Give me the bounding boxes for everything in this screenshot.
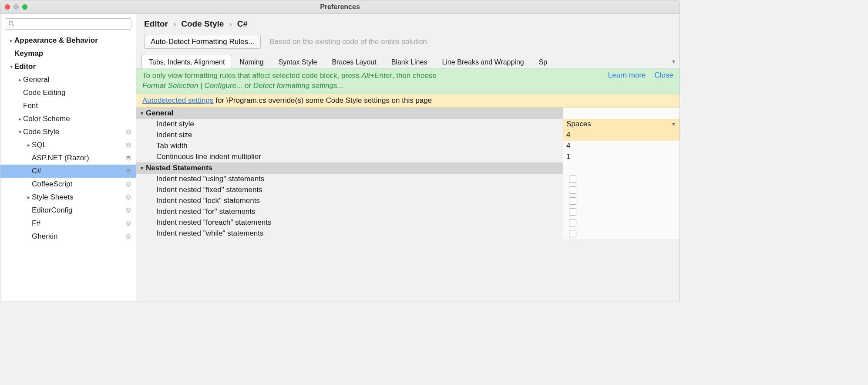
- checkbox[interactable]: [569, 208, 576, 216]
- chevron-right-icon: ›: [173, 19, 176, 29]
- sidebar-item-label: Code Style: [23, 128, 125, 136]
- checkbox[interactable]: [569, 230, 576, 237]
- svg-marker-4: [126, 156, 131, 158]
- svg-marker-3: [126, 143, 131, 145]
- sidebar-item-keymap[interactable]: Keymap: [0, 47, 136, 60]
- setting-label: Indent nested "lock" statements: [136, 196, 563, 206]
- layers-icon: [125, 181, 131, 187]
- action-hint: Based on the existing code of the entire…: [269, 37, 427, 46]
- setting-value: [563, 217, 680, 228]
- layers-icon: [125, 220, 131, 226]
- sidebar-item-style-sheets[interactable]: ▸Style Sheets: [0, 191, 136, 204]
- sidebar-item-c-[interactable]: C#: [0, 165, 136, 178]
- tab-naming[interactable]: Naming: [232, 55, 271, 68]
- setting-label: Indent nested "fixed" statements: [136, 185, 563, 196]
- chevron-right-icon: ▸: [26, 142, 32, 148]
- svg-marker-9: [126, 221, 131, 223]
- checkbox[interactable]: [569, 219, 576, 226]
- setting-label: Indent nested "using" statements: [136, 174, 563, 185]
- section-title: General: [146, 109, 173, 118]
- sidebar-item-color-scheme[interactable]: ▸Color Scheme: [0, 112, 136, 125]
- tab-sp[interactable]: Sp: [532, 55, 555, 68]
- sidebar-item-coffeescript[interactable]: CoffeeScript: [0, 178, 136, 191]
- setting-value[interactable]: 4: [563, 141, 680, 152]
- text-value: 4: [566, 131, 570, 139]
- setting-label: Indent style: [136, 119, 563, 130]
- checkbox[interactable]: [569, 176, 576, 183]
- sidebar-item-appearance-behavior[interactable]: ▸Appearance & Behavior: [0, 34, 136, 47]
- sidebar-item-label: EditorConfig: [32, 206, 125, 215]
- sidebar-item-label: SQL: [32, 141, 125, 149]
- learn-more-link[interactable]: Learn more: [608, 71, 646, 80]
- svg-marker-6: [126, 182, 131, 184]
- sidebar-item-gherkin[interactable]: Gherkin: [0, 230, 136, 243]
- setting-value: [563, 228, 680, 239]
- sidebar-item-editor[interactable]: ▾Editor: [0, 60, 136, 73]
- setting-value: [563, 196, 680, 206]
- sidebar-item-asp-net-razor-[interactable]: ASP.NET (Razor): [0, 152, 136, 165]
- setting-value[interactable]: Spaces▼: [563, 119, 680, 130]
- sidebar-item-code-style[interactable]: ▾Code Style: [0, 125, 136, 138]
- chevron-down-icon[interactable]: ▾: [668, 55, 680, 68]
- search-input[interactable]: [5, 18, 131, 30]
- layers-icon: [125, 142, 131, 148]
- traffic-lights: [5, 4, 27, 10]
- setting-value: [563, 185, 680, 196]
- chevron-down-icon: ▾: [141, 165, 143, 171]
- sidebar-item-font[interactable]: Font: [0, 99, 136, 112]
- tip-text: To only view formatting rules that affec…: [142, 71, 361, 80]
- window-title: Preferences: [0, 3, 680, 11]
- breadcrumb: Editor › Code Style › C#: [136, 14, 680, 29]
- close-icon[interactable]: [5, 4, 10, 10]
- breadcrumb-item[interactable]: Editor: [144, 19, 168, 29]
- checkbox[interactable]: [569, 197, 576, 205]
- sidebar-item-f-[interactable]: F#: [0, 217, 136, 230]
- breadcrumb-item[interactable]: Code Style: [181, 19, 224, 29]
- tip-text: for \Program.cs override(s) some Code St…: [214, 96, 432, 105]
- tab-braces-layout[interactable]: Braces Layout: [324, 55, 384, 68]
- tip-shortcut: Alt+Enter: [361, 71, 392, 80]
- sidebar-item-code-editing[interactable]: Code Editing: [0, 86, 136, 99]
- sidebar-item-label: F#: [32, 219, 125, 228]
- sidebar-item-editorconfig[interactable]: EditorConfig: [0, 204, 136, 217]
- section-header-nested-statements[interactable]: ▾Nested Statements: [136, 162, 563, 174]
- sidebar-item-label: C#: [32, 167, 125, 176]
- svg-marker-7: [126, 195, 131, 197]
- sidebar-item-label: Color Scheme: [23, 115, 136, 123]
- settings-table: ▾GeneralIndent styleIndent sizeTab width…: [136, 108, 680, 239]
- autodetected-settings-link[interactable]: Autodetected settings: [142, 96, 214, 105]
- chevron-right-icon: ▸: [8, 37, 14, 44]
- sidebar-item-label: Style Sheets: [32, 193, 125, 202]
- section-header-spacer: [563, 162, 680, 174]
- setting-value[interactable]: 1: [563, 152, 680, 162]
- tab-blank-lines[interactable]: Blank Lines: [384, 55, 435, 68]
- sidebar-item-sql[interactable]: ▸SQL: [0, 138, 136, 152]
- maximize-icon[interactable]: [22, 4, 27, 10]
- settings-tree: ▸Appearance & BehaviorKeymap▾Editor▸Gene…: [0, 32, 136, 245]
- layers-icon: [125, 168, 131, 174]
- sidebar-item-label: ASP.NET (Razor): [32, 154, 125, 162]
- sidebar-item-general[interactable]: ▸General: [0, 73, 136, 86]
- chevron-down-icon: ▾: [17, 129, 23, 135]
- sidebar-item-label: Keymap: [14, 49, 136, 58]
- setting-label: Tab width: [136, 141, 563, 152]
- tab-tabs-indents-alignment[interactable]: Tabs, Indents, Alignment: [141, 55, 232, 68]
- tip-text: , then choose: [392, 71, 437, 80]
- sidebar-item-label: CoffeeScript: [32, 180, 125, 189]
- setting-value[interactable]: 4: [563, 130, 680, 141]
- chevron-right-icon: ▸: [26, 194, 32, 200]
- svg-marker-8: [126, 208, 131, 210]
- tip-choice: Format Selection | Configure...: [142, 81, 242, 90]
- auto-detect-button[interactable]: Auto-Detect Formatting Rules...: [144, 35, 261, 49]
- checkbox[interactable]: [569, 186, 576, 194]
- section-header-general[interactable]: ▾General: [136, 108, 563, 119]
- setting-label: Indent nested "for" statements: [136, 206, 563, 217]
- sidebar-item-label: Appearance & Behavior: [14, 36, 136, 45]
- close-link[interactable]: Close: [655, 71, 673, 80]
- chevron-down-icon: ▾: [141, 110, 143, 116]
- setting-value: [563, 174, 680, 185]
- setting-label: Continuous line indent multiplier: [136, 152, 563, 162]
- text-value: 1: [566, 152, 570, 161]
- tab-line-breaks-and-wrapping[interactable]: Line Breaks and Wrapping: [434, 55, 531, 68]
- tab-syntax-style[interactable]: Syntax Style: [271, 55, 324, 68]
